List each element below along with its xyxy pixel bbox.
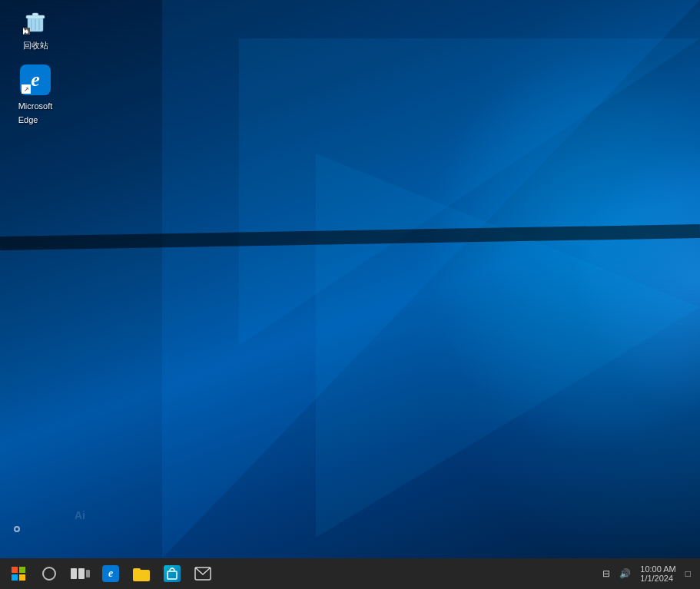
cursor-dot — [14, 526, 20, 532]
desktop: 回收站 ↗ MicrosoftEdge Ai — [0, 0, 700, 558]
tv-rect-3 — [86, 570, 90, 577]
tray-network-icon[interactable]: ⊟ — [599, 567, 613, 581]
win-pane-blue — [12, 574, 18, 581]
edge-taskbar-icon: e — [102, 565, 119, 582]
search-button[interactable] — [34, 558, 65, 589]
win-pane-red — [12, 567, 18, 573]
taskview-button[interactable] — [65, 558, 95, 589]
shortcut-arrow: ↗ — [22, 84, 31, 94]
cursor-indicator — [14, 526, 23, 535]
store-button[interactable] — [157, 558, 187, 589]
edge-taskbar-button[interactable]: e — [95, 558, 126, 589]
tray-time[interactable]: 10:00 AM1/1/2024 — [637, 563, 678, 584]
mail-icon — [194, 567, 211, 581]
system-tray: ⊟ 🔊 10:00 AM1/1/2024 □ — [599, 563, 697, 584]
win-pane-green — [19, 567, 25, 573]
light-ray-3 — [316, 154, 700, 538]
taskview-icon — [71, 568, 90, 579]
edge-icon-bg: ↗ — [20, 65, 51, 95]
ai-text-overlay: Ai — [75, 509, 85, 521]
mail-button[interactable] — [187, 558, 218, 589]
svg-rect-2 — [32, 13, 38, 16]
store-icon — [164, 565, 181, 582]
store-bag-svg — [167, 567, 177, 580]
tv-rect-2 — [78, 568, 85, 579]
recycle-bin-label: 回收站 — [23, 40, 48, 51]
start-button[interactable] — [3, 558, 34, 589]
taskbar: e ⊟ 🔊 10:00 AM1/1/2024 □ — [0, 558, 700, 589]
svg-rect-8 — [168, 571, 177, 579]
edge-desktop-icon[interactable]: ↗ MicrosoftEdge — [8, 61, 63, 129]
tv-rect-1 — [71, 568, 77, 579]
recycle-bin-icon[interactable]: 回收站 — [8, 3, 63, 54]
tray-volume-icon[interactable]: 🔊 — [616, 567, 634, 581]
file-explorer-button[interactable] — [126, 558, 157, 589]
folder-icon — [133, 566, 150, 581]
tray-action-center[interactable]: □ — [682, 567, 694, 581]
folder-tab — [133, 568, 141, 573]
edge-label: MicrosoftEdge — [18, 98, 53, 126]
recycle-bin-image — [20, 6, 51, 37]
search-icon — [42, 567, 56, 581]
windows-logo-icon — [12, 567, 25, 581]
edge-image: ↗ — [20, 65, 51, 95]
win-pane-yellow — [19, 574, 25, 581]
